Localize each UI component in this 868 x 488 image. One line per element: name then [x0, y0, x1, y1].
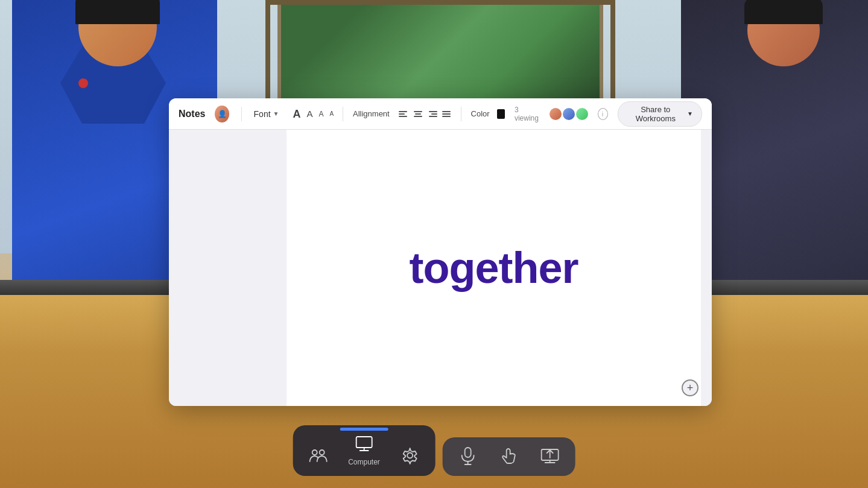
taskbar-item-mic[interactable]: [457, 445, 479, 466]
mic-icon: [457, 445, 479, 466]
toolbar-divider-2: [343, 107, 343, 121]
add-page-button[interactable]: +: [682, 379, 699, 396]
font-selector[interactable]: Font ▼: [249, 107, 284, 121]
taskbar-item-hand[interactable]: [498, 445, 520, 466]
color-swatch[interactable]: [497, 109, 505, 119]
toolbar-divider-1: [241, 107, 242, 121]
viewer-avatar-1: [550, 108, 562, 120]
svg-rect-2: [356, 437, 372, 448]
taskbar-container: Computer: [293, 425, 575, 476]
taskbar-item-settings[interactable]: [399, 445, 421, 466]
hand-icon: [498, 445, 520, 466]
active-tab-indicator: [340, 428, 388, 431]
share-to-workrooms-button[interactable]: Share to Workrooms ▼: [618, 101, 702, 127]
color-label: Color: [471, 109, 490, 118]
right-panel: +: [701, 130, 712, 406]
app-title: Notes: [179, 109, 205, 119]
document-content[interactable]: together: [410, 243, 578, 293]
notes-panel: Notes 👤 Font ▼ A A A A Allignment: [169, 98, 712, 406]
add-icon: +: [687, 382, 694, 395]
viewer-avatars: [550, 108, 588, 120]
alignment-buttons: [397, 108, 454, 120]
alignment-label: Allignment: [353, 109, 390, 118]
align-justify-button[interactable]: [440, 108, 454, 120]
viewer-avatar-2: [563, 108, 575, 120]
font-label: Font: [254, 109, 271, 119]
people-icon: [307, 445, 329, 466]
align-right-button[interactable]: [426, 108, 439, 120]
svg-point-0: [312, 450, 317, 455]
content-area: together +: [169, 130, 712, 406]
toolbar-divider-3: [461, 107, 461, 121]
font-size-xl[interactable]: A: [291, 107, 302, 121]
viewer-avatar-3: [576, 108, 588, 120]
taskbar-item-people[interactable]: [307, 445, 329, 466]
computer-label: Computer: [348, 458, 380, 466]
user-avatar: 👤: [215, 106, 229, 122]
settings-icon: [399, 445, 421, 466]
font-size-buttons: A A A A: [291, 107, 335, 121]
svg-point-5: [407, 453, 413, 458]
font-size-md[interactable]: A: [317, 109, 326, 119]
share-dropdown-arrow: ▼: [687, 110, 693, 117]
taskbar-right: [443, 437, 575, 476]
info-button[interactable]: i: [598, 108, 608, 120]
taskbar-left: Computer: [293, 425, 436, 476]
viewing-count: 3 viewing: [515, 106, 540, 122]
font-size-lg[interactable]: A: [305, 108, 314, 119]
taskbar-item-share-screen[interactable]: [539, 445, 561, 466]
left-sidebar: [169, 130, 287, 406]
toolbar: Notes 👤 Font ▼ A A A A Allignment: [169, 98, 712, 130]
svg-rect-6: [465, 448, 471, 457]
document-area[interactable]: together: [287, 130, 701, 406]
svg-point-1: [319, 450, 324, 455]
font-size-sm[interactable]: A: [328, 110, 336, 118]
computer-icon: [353, 433, 375, 454]
share-button-label: Share to Workrooms: [627, 105, 685, 123]
align-center-button[interactable]: [411, 108, 425, 120]
taskbar-item-computer[interactable]: Computer: [348, 433, 380, 466]
font-dropdown-arrow: ▼: [273, 110, 279, 117]
share-screen-icon: [539, 445, 561, 466]
align-left-button[interactable]: [397, 108, 410, 120]
painting-frame: [265, 0, 615, 115]
